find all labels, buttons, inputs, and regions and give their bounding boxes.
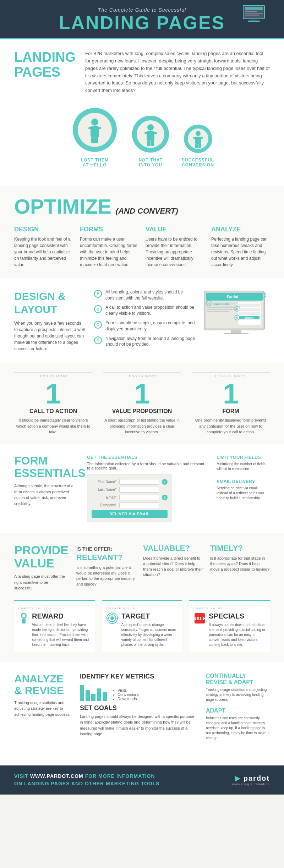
analyze-middle: IDENTIFY KEY METRICS Visits Conversions … <box>80 673 197 746</box>
design-point-c: C Forms should be simple, easy to comple… <box>94 320 197 332</box>
create-value-label-1: CREATE VALUE —— <box>18 605 91 610</box>
value-col-timely: TIMELY? Is it appropriate for that stage… <box>210 544 270 591</box>
form-mockup: First Name* 1 Last Name* Email* 2 Compan… <box>87 474 172 522</box>
svg-rect-29 <box>200 137 203 139</box>
create-value-label-2: CREATE VALUE —— <box>106 605 178 610</box>
form-section: FORMESSENTIALS Although simple, the stru… <box>0 444 284 533</box>
header: The Complete Guide to Successful LANDING… <box>0 0 284 38</box>
value-timely-text: Is it appropriate for that stage in the … <box>210 556 270 572</box>
svg-text:C: C <box>236 317 238 319</box>
optimize-col-value-text: Users have to be enticed to provide thei… <box>146 236 204 268</box>
funnel-notinto: NOT THATINTO YOU <box>130 114 171 168</box>
design-title: DESIGN &LAYOUT <box>14 289 85 316</box>
svg-rect-21 <box>152 132 157 134</box>
form-limit-title: LIMIT YOUR FIELDS <box>217 455 270 460</box>
optimize-col-design-text: Keeping the look and feel of a landing p… <box>14 236 73 268</box>
form-field-input-company[interactable] <box>119 502 159 508</box>
form-left: FORMESSENTIALS Although simple, the stru… <box>14 455 78 522</box>
svg-text:SALE: SALE <box>193 616 206 621</box>
svg-point-10 <box>91 119 98 126</box>
value-timely: TIMELY? <box>210 544 243 553</box>
funnel-row: LOST THEMAT HELLO NOT THATINTO YOU <box>14 101 270 175</box>
value-col-relevant-q: IS THE OFFER: RELEVANT? <box>76 544 136 562</box>
form-field-label-firstname: First Name* <box>92 480 116 484</box>
svg-rect-41 <box>207 311 229 312</box>
analyze-continually-text: Tracking usage statistics and adjusting … <box>206 687 270 702</box>
point-text-b: A call to action and value proposition s… <box>105 304 197 317</box>
optimize-col-design: DESIGN Keeping the look and feel of a la… <box>14 226 73 268</box>
reward-title: REWARD <box>32 612 91 620</box>
value-col-valuable-q: VALUABLE? <box>143 544 203 553</box>
cta-row: LESS IS MORE 1 CALL TO ACTION It should … <box>14 372 270 435</box>
form-get-essentials: GET THE ESSENTIALS <box>87 455 208 460</box>
svg-text:B: B <box>236 308 238 310</box>
form-field-company: Company* <box>92 502 168 508</box>
footer-tagline: marketing automation <box>232 782 270 786</box>
form-submit-button[interactable]: DELIVER VIA EMAIL <box>92 510 168 518</box>
svg-rect-30 <box>195 144 198 148</box>
create-value-row: CREATE VALUE —— REWARD Visitors need to … <box>14 600 270 652</box>
value-col-relevant: IS THE OFFER: RELEVANT? Is it something … <box>76 544 136 591</box>
landing-section: LANDINGPAGES For B2B marketers with long… <box>0 39 284 186</box>
svg-point-26 <box>196 131 201 136</box>
form-limit-text: Minimizing the number of fields will aid… <box>217 462 270 472</box>
value-col-valuable: VALUABLE? Does it provide a direct benef… <box>143 544 203 591</box>
value-title-text: PROVIDEVALUE <box>14 543 69 570</box>
form-field-input-firstname[interactable] <box>119 479 159 485</box>
cta-col-text-1: It should be immediately clear to visito… <box>14 417 92 435</box>
form-field-lastname: Last Name* <box>92 487 168 493</box>
form-field-input-email[interactable] <box>119 495 159 500</box>
svg-point-58 <box>22 614 26 617</box>
svg-rect-12 <box>88 127 94 129</box>
value-relevant: RELEVANT? <box>76 553 122 562</box>
cta-less-more-1: LESS IS MORE <box>14 372 92 378</box>
optimize-subtext: (AND CONVERT) <box>116 207 178 216</box>
form-get-desc: The information collected by a form shou… <box>87 462 208 470</box>
svg-rect-56 <box>224 333 248 334</box>
analyze-desc: Tracking usage statistics and adjusting … <box>14 700 71 718</box>
form-field-input-lastname[interactable] <box>119 487 159 493</box>
optimize-col-forms-title: FORMS <box>80 226 138 233</box>
metric-bar-5 <box>103 692 107 701</box>
analyze-title: ANALYZE& REVISE <box>14 673 71 696</box>
funnel-lost-label: LOST THEMAT HELLO <box>81 158 109 168</box>
optimize-header: OPTIMIZE (AND CONVERT) <box>14 196 270 217</box>
landing-text: For B2B marketers with long, complex sal… <box>85 50 270 94</box>
svg-rect-3 <box>248 21 260 22</box>
funnel-lost: LOST THEMAT HELLO <box>70 105 120 168</box>
design-layout: DESIGN &LAYOUT When you only have a few … <box>14 289 270 353</box>
svg-rect-5 <box>245 11 257 12</box>
form-field-label-lastname: Last Name* <box>92 488 116 491</box>
form-right: LIMIT YOUR FIELDS Minimizing the number … <box>217 455 270 522</box>
design-desc: When you only have a few seconds to capt… <box>14 320 85 352</box>
svg-rect-7 <box>245 15 259 16</box>
svg-rect-31 <box>198 144 201 148</box>
design-point-b: B A call to action and value proposition… <box>94 304 197 317</box>
footer: VISIT WWW.PARDOT.COM FOR MORE INFORMATIO… <box>0 765 284 795</box>
reward-text: Visitors need to feel like they have mad… <box>32 622 91 647</box>
cta-number-3: 1 <box>192 380 270 408</box>
optimize-col-forms: FORMS Forms can make a user uncomfortabl… <box>80 226 138 268</box>
svg-rect-6 <box>245 13 263 14</box>
svg-rect-50 <box>239 304 260 307</box>
cta-less-more-2: LESS IS MORE <box>103 372 181 378</box>
design-point-a: A All branding, colors, and styles shoul… <box>94 289 197 301</box>
point-text-d: Navigation away from or around a landing… <box>105 336 197 348</box>
target-icon <box>106 612 119 626</box>
form-title: FORMESSENTIALS <box>14 455 78 479</box>
point-badge-a: A <box>94 290 102 298</box>
analyze-adapt-text: Industries and uses are constantly chang… <box>206 716 270 741</box>
cta-number-1: 1 <box>14 380 92 408</box>
form-desc: Although simple, the structure of a form… <box>14 483 78 506</box>
svg-rect-15 <box>95 137 98 143</box>
analyze-title-text: ANALYZE& REVISE <box>14 673 64 696</box>
svg-rect-22 <box>147 141 151 146</box>
specials-icon: SALE <box>193 612 206 626</box>
cta-col-title-3: FORM <box>192 408 270 414</box>
point-badge-d: D <box>94 336 102 344</box>
form-limit-fields: LIMIT YOUR FIELDS Minimizing the number … <box>217 455 270 472</box>
svg-rect-51 <box>239 308 260 311</box>
svg-rect-14 <box>91 137 95 143</box>
optimize-col-design-title: DESIGN <box>14 226 73 233</box>
analyze-metrics-title: IDENTIFY KEY METRICS <box>80 673 197 680</box>
